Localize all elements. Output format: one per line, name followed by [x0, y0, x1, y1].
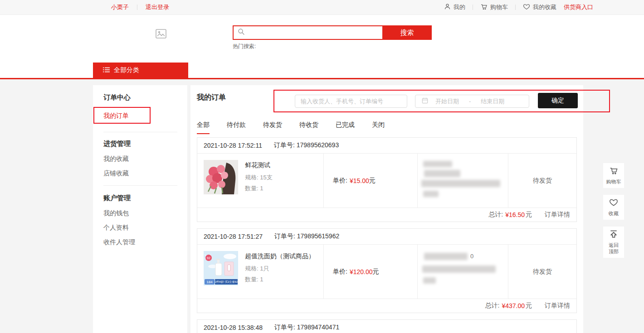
product-image-cleanser[interactable]: 92 184 2件8折! 买2立省92 [204, 251, 238, 285]
total-value: ¥16.50 [505, 211, 525, 218]
order-datetime: 2021-10-28 17:52:11 [204, 142, 262, 149]
all-categories-button[interactable]: 全部分类 [93, 63, 188, 78]
blurred-address-line [423, 277, 436, 284]
divider [137, 5, 137, 10]
total-unit: 元 [526, 211, 532, 219]
tab-pending-shipment[interactable]: 待发货 [263, 121, 282, 134]
calendar-icon [422, 97, 428, 105]
total-value: ¥437.00 [502, 302, 525, 309]
price-cell: 单价: ¥15.00 元 [323, 154, 417, 208]
search-input[interactable] [248, 26, 382, 39]
unit-price-unit: 元 [373, 268, 379, 276]
sidebar-item-my-wallet[interactable]: 我的钱包 [103, 209, 129, 217]
topbar-left: 小栗子 退出登录 [111, 3, 169, 11]
order-detail-link[interactable]: 订单详情 [545, 302, 570, 310]
blurred-address-line [423, 191, 439, 197]
order-footer: 总计: ¥16.50 元 订单详情 [197, 208, 576, 222]
address-fragment: 0 [470, 253, 473, 260]
order-number: 订单号: 179895620693 [274, 141, 339, 150]
list-icon [103, 67, 110, 74]
tab-all[interactable]: 全部 [197, 121, 210, 134]
floating-cart-label: 购物车 [606, 179, 621, 185]
status-cell: 待发货 [508, 245, 576, 299]
search-button[interactable]: 搜索 [382, 25, 432, 40]
product-cell: 鲜花测试 规格: 15支 数量: 1 [197, 154, 323, 208]
cart-icon [609, 166, 618, 177]
unit-price-label: 单价: [333, 268, 347, 276]
back-to-top-label-2: 顶部 [609, 248, 619, 255]
tab-pending-payment[interactable]: 待付款 [227, 121, 246, 134]
logout-link[interactable]: 退出登录 [146, 3, 169, 11]
back-to-top-label-1: 返回 [609, 242, 619, 248]
search-bar: 搜索 [233, 25, 432, 40]
search-icon [238, 28, 245, 37]
order-card: 2021-10-28 15:38:48 订单号: 179894740471 [197, 319, 577, 333]
tab-pending-receipt[interactable]: 待收货 [299, 121, 318, 134]
order-body: 鲜花测试 规格: 15支 数量: 1 单价: ¥15.00 元 待发货 [197, 154, 576, 208]
divider [473, 5, 473, 10]
status-cell: 待发货 [508, 154, 576, 208]
order-datetime: 2021-10-28 15:38:48 [204, 324, 263, 331]
total-label: 总计: [485, 302, 500, 310]
floating-cart-button[interactable]: 购物车 [603, 163, 624, 188]
order-number: 订单号: 179894740471 [274, 323, 339, 332]
tab-completed[interactable]: 已完成 [336, 121, 355, 134]
my-account-link[interactable]: 我的 [444, 3, 465, 11]
product-spec: 规格: 15支 [245, 174, 273, 182]
address-cell [417, 154, 508, 208]
unit-price-label: 单价: [333, 177, 347, 185]
product-qty: 数量: 1 [245, 275, 315, 284]
sidebar-item-my-orders[interactable]: 我的订单 [103, 112, 129, 120]
order-status: 待发货 [533, 268, 552, 276]
page-title: 我的订单 [197, 93, 226, 102]
order-search-input[interactable] [295, 95, 407, 108]
username-link[interactable]: 小栗子 [111, 3, 129, 11]
sidebar-item-profile[interactable]: 个人资料 [103, 224, 129, 232]
favorites-link[interactable]: 我的收藏 [523, 3, 556, 12]
price-cell: 单价: ¥120.00 元 [323, 245, 417, 299]
product-info: 鲜花测试 规格: 15支 数量: 1 [245, 160, 273, 201]
heart-icon [609, 198, 618, 209]
sidebar-section-order-center: 订单中心 [103, 93, 131, 102]
floating-favorites-button[interactable]: 收藏 [603, 195, 624, 220]
order-card: 2021-10-28 17:51:27 订单号: 179895615962 92… [197, 228, 577, 313]
order-card: 2021-10-28 17:52:11 订单号: 179895620693 鲜花… [197, 137, 577, 222]
product-qty: 数量: 1 [245, 184, 273, 193]
unit-price-value: ¥15.00 [350, 177, 369, 184]
tab-closed[interactable]: 关闭 [372, 121, 385, 134]
heart-icon [523, 3, 530, 12]
unit-price-unit: 元 [369, 177, 376, 185]
blurred-address-line [424, 253, 468, 260]
blurred-address-line [422, 265, 496, 273]
total-label: 总计: [488, 211, 503, 219]
floating-favorites-label: 收藏 [609, 210, 619, 217]
sidebar-section-account: 账户管理 [103, 194, 131, 203]
sidebar: 订单中心 我的订单 进货管理 我的收藏 店铺收藏 账户管理 我的钱包 个人资料 … [93, 85, 187, 333]
sidebar-item-my-favorites[interactable]: 我的收藏 [103, 155, 129, 163]
product-image-flowers[interactable] [204, 160, 238, 194]
date-end-placeholder: 结束日期 [481, 97, 504, 106]
address-cell: 0 [417, 245, 508, 299]
cart-link[interactable]: 购物车 [480, 3, 508, 12]
sidebar-section-purchase: 进货管理 [103, 140, 131, 148]
back-to-top-icon [609, 230, 618, 241]
supplier-entry-link[interactable]: 供货商入口 [564, 3, 593, 11]
order-datetime: 2021-10-28 17:51:27 [204, 233, 263, 240]
sidebar-item-shop-favorites[interactable]: 店铺收藏 [103, 169, 129, 178]
product-name[interactable]: 超值洗面奶（测试商品） [245, 252, 315, 261]
hot-search-label: 热门搜索: [233, 43, 256, 50]
date-range-input[interactable]: 开始日期 - 结束日期 [415, 95, 529, 108]
product-name[interactable]: 鲜花测试 [245, 161, 273, 169]
topbar-right: 我的 购物车 我的收藏 供货商入口 [444, 3, 593, 12]
sidebar-item-recipient-mgmt[interactable]: 收件人管理 [103, 238, 135, 246]
back-to-top-button[interactable]: 返回 顶部 [603, 227, 624, 258]
broken-image-icon [156, 29, 166, 40]
my-account-label: 我的 [454, 3, 465, 11]
order-body: 92 184 2件8折! 买2立省92 超值洗面奶（测试商品） 规格: 1只 数… [197, 245, 576, 299]
blurred-address-line [423, 161, 452, 167]
image-promo-banner: 2件8折! 买2立省92 [215, 279, 238, 285]
confirm-button[interactable]: 确定 [538, 93, 578, 108]
order-detail-link[interactable]: 订单详情 [545, 211, 570, 219]
image-price-tag: 184 [205, 279, 215, 285]
cart-icon [480, 3, 488, 12]
